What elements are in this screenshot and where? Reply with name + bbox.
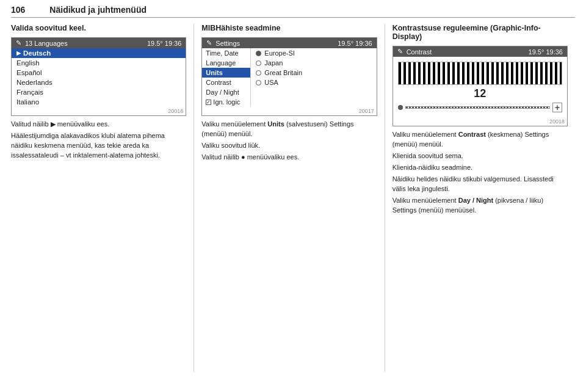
page-title: Näidikud ja juhtmenüüd bbox=[49, 5, 146, 15]
screen-header-settings: ✎ Settings 19.5° 19:36 bbox=[202, 38, 376, 48]
col2-line2: Valiku soovitud liük. bbox=[201, 141, 377, 151]
col3-body: Valiku menüüelement Contrast (keskmena) … bbox=[392, 130, 568, 216]
screen-header-contrast: ✎ Contrast 19.5° 19:36 bbox=[393, 46, 567, 57]
lang-item-italiano[interactable]: Italiano bbox=[12, 97, 186, 107]
contrast-display: 12 + bbox=[393, 57, 567, 117]
option-label-usa: USA bbox=[264, 79, 278, 86]
column-settings: MIBHähiste seadmine ✎ Settings 19.5° 19:… bbox=[194, 24, 385, 372]
contrast-value: 12 bbox=[398, 87, 562, 100]
col1-heading: Valida soovitud keel. bbox=[11, 24, 186, 32]
settings-options: Europe-SI Japan Great Britain USA bbox=[251, 48, 376, 107]
col3-line1: Valiku menüüelement Contrast (keskmena) … bbox=[392, 130, 568, 150]
radio-europe-si bbox=[256, 51, 261, 56]
page-number: 106 bbox=[11, 5, 25, 15]
lang-item-espanol[interactable]: Español bbox=[12, 68, 186, 78]
col3-line4: Näidiku helides näidiku stikubi valgemus… bbox=[392, 175, 568, 194]
language-list: Deutsch English Español Nederlands Franç… bbox=[12, 48, 186, 107]
contrast-screen: ✎ Contrast 19.5° 19:36 12 + 20018 bbox=[392, 46, 568, 126]
col3-line5: Valiku menüüelement Day / Night (pikvsen… bbox=[392, 196, 568, 216]
settings-container: Time, Date Language Units Contrast Day /… bbox=[202, 48, 376, 107]
col1-line2: Häälestijumdiga alakavadikos klubi alate… bbox=[11, 131, 186, 161]
radio-great-britain bbox=[256, 70, 261, 76]
contrast-pattern bbox=[398, 62, 562, 85]
screen-icon-contrast: ✎ bbox=[397, 48, 403, 56]
column-contrast: Kontrastsuse reguleemine (Graphic-Info-D… bbox=[385, 24, 575, 372]
screen-title-lang: 13 Languages bbox=[25, 40, 68, 47]
col2-line3: Valitud näilib ● menüüvaliku ees. bbox=[201, 153, 377, 162]
lang-item-nederlands[interactable]: Nederlands bbox=[12, 78, 186, 87]
contrast-plus-button[interactable]: + bbox=[552, 103, 562, 112]
contrast-dot-left bbox=[398, 105, 403, 110]
checkbox-ign[interactable]: ✓ bbox=[206, 100, 211, 105]
col2-heading: MIBHähiste seadmine bbox=[201, 24, 377, 32]
col1-body: Valitud näilib ▶ menüüvaliku ees. Hääles… bbox=[11, 120, 186, 161]
option-label-great-britain: Great Britain bbox=[264, 69, 302, 76]
option-europe-si[interactable]: Europe-SI bbox=[253, 48, 376, 58]
settings-time-date[interactable]: Time, Date bbox=[202, 48, 250, 58]
col1-line1: Valitud näilib ▶ menüüvaliku ees. bbox=[11, 120, 186, 129]
watermark-contrast: 20018 bbox=[393, 117, 567, 126]
screen-header-lang: ✎ 13 Languages 19.5° 19:36 bbox=[12, 38, 186, 48]
column-languages: Valida soovitud keel. ✎ 13 Languages 19.… bbox=[11, 24, 194, 372]
screen-title-contrast: Contrast bbox=[407, 48, 432, 56]
col3-heading: Kontrastsuse reguleemine (Graphic-Info-D… bbox=[392, 24, 568, 41]
screen-temp-lang: 19.5° 19:36 bbox=[147, 40, 181, 47]
screen-icon-settings: ✎ bbox=[206, 39, 212, 47]
contrast-slider-row: + bbox=[398, 103, 562, 112]
settings-contrast[interactable]: Contrast bbox=[202, 78, 250, 87]
col3-line2: Klienida soovitud sema. bbox=[392, 151, 568, 161]
screen-temp-contrast: 19.5° 19:36 bbox=[529, 48, 563, 56]
settings-language[interactable]: Language bbox=[202, 58, 250, 68]
lang-item-deutsch[interactable]: Deutsch bbox=[12, 48, 186, 58]
col2-body: Valiku menüüelement Units (salvestuseni)… bbox=[201, 120, 377, 162]
page-header: 106 Näidikud ja juhtmenüüd bbox=[0, 0, 586, 17]
watermark-settings: 20017 bbox=[202, 107, 376, 115]
col2-line1: Valiku menüüelement Units (salvestuseni)… bbox=[201, 120, 377, 139]
screen-icon-lang: ✎ bbox=[16, 39, 21, 47]
option-great-britain[interactable]: Great Britain bbox=[253, 68, 376, 78]
radio-japan bbox=[256, 60, 261, 66]
settings-menu: Time, Date Language Units Contrast Day /… bbox=[202, 48, 251, 107]
screen-title-settings: Settings bbox=[215, 40, 240, 47]
contrast-slider[interactable] bbox=[405, 106, 550, 109]
settings-screen: ✎ Settings 19.5° 19:36 Time, Date Langua… bbox=[201, 37, 377, 116]
option-japan[interactable]: Japan bbox=[253, 58, 376, 68]
languages-screen: ✎ 13 Languages 19.5° 19:36 Deutsch Engli… bbox=[11, 37, 186, 116]
settings-ign-logic[interactable]: ✓Ign. logic bbox=[202, 97, 250, 107]
settings-units[interactable]: Units bbox=[202, 68, 250, 78]
content-area: Valida soovitud keel. ✎ 13 Languages 19.… bbox=[0, 18, 586, 372]
option-label-europe-si: Europe-SI bbox=[264, 49, 295, 57]
radio-usa bbox=[256, 80, 261, 85]
lang-item-english[interactable]: English bbox=[12, 58, 186, 68]
lang-item-francais[interactable]: Français bbox=[12, 87, 186, 97]
screen-temp-settings: 19.5° 19:36 bbox=[338, 40, 372, 47]
col3-line3: Klienida-näidiku seadmine. bbox=[392, 163, 568, 173]
watermark-lang: 20016 bbox=[12, 107, 186, 115]
option-usa[interactable]: USA bbox=[253, 78, 376, 87]
option-label-japan: Japan bbox=[264, 59, 283, 67]
settings-day-night[interactable]: Day / Night bbox=[202, 87, 250, 97]
